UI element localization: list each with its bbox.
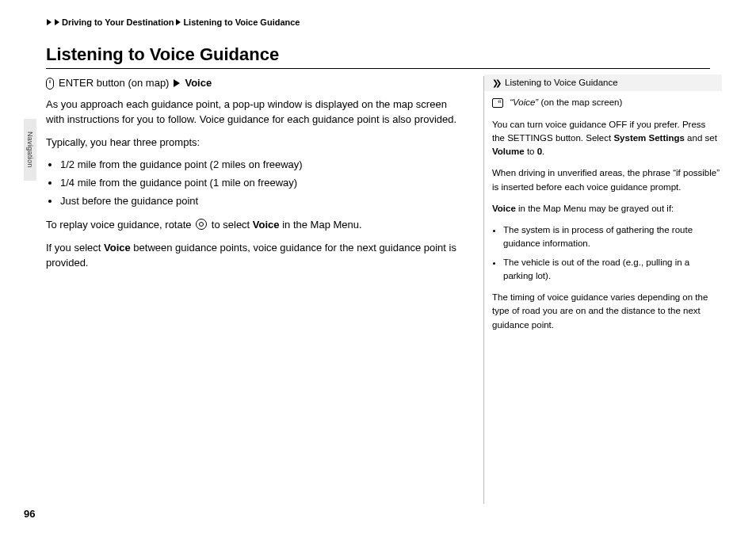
text-bold: Volume xyxy=(492,147,525,156)
voice-command-icon xyxy=(492,98,503,108)
text-bold: Voice xyxy=(253,219,280,231)
text: to xyxy=(527,147,535,156)
triangle-icon xyxy=(55,19,59,25)
voice-command: “Voice” (on the map screen) xyxy=(492,96,720,109)
page-title: Listening to Voice Guidance xyxy=(46,44,710,69)
paragraph: Typically, you hear three prompts: xyxy=(46,135,458,151)
text: (on the map screen) xyxy=(540,97,622,107)
paragraph: If you select Voice between guidance poi… xyxy=(46,241,458,271)
list-item: 1/4 mile from the guidance point (1 mile… xyxy=(60,176,458,191)
double-chevron-icon: ❯❯ xyxy=(492,77,498,89)
breadcrumb-a: Driving to Your Destination xyxy=(62,17,174,27)
triangle-icon xyxy=(47,19,52,25)
text: in the Map Menu. xyxy=(282,219,361,231)
prompt-list: 1/2 mile from the guidance point (2 mile… xyxy=(46,158,458,209)
paragraph: When driving in unverified areas, the ph… xyxy=(492,166,720,194)
grayout-reasons: The system is in process of gathering th… xyxy=(492,223,720,283)
list-item: The vehicle is out of the road (e.g., pu… xyxy=(503,256,720,284)
paragraph: To replay voice guidance, rotate to sele… xyxy=(46,217,458,233)
step-target: Voice xyxy=(185,76,212,91)
text: . xyxy=(542,147,544,156)
triangle-icon xyxy=(174,79,180,87)
nav-step: ENTER button (on map) Voice xyxy=(46,76,458,91)
text: and set xyxy=(687,133,717,143)
paragraph: You can turn voice guidance OFF if you p… xyxy=(492,118,720,159)
paragraph: The timing of voice guidance varies depe… xyxy=(492,291,720,332)
text-bold: System Settings xyxy=(613,133,684,143)
list-item: Just before the guidance point xyxy=(60,194,458,209)
breadcrumb-b: Listening to Voice Guidance xyxy=(183,17,300,27)
breadcrumb: Driving to Your Destination Listening to… xyxy=(46,17,300,27)
list-item: 1/2 mile from the guidance point (2 mile… xyxy=(60,158,458,173)
text: To replay voice guidance, rotate xyxy=(46,219,192,231)
text-bold: Voice xyxy=(104,242,131,254)
rotary-dial-icon xyxy=(196,219,207,230)
paragraph: As you approach each guidance point, a p… xyxy=(46,97,458,128)
text: If you select xyxy=(46,242,101,254)
triangle-icon xyxy=(176,19,181,25)
enter-button-icon xyxy=(46,78,54,90)
step-prefix: ENTER button (on map) xyxy=(59,76,169,91)
paragraph: Voice in the Map Menu may be grayed out … xyxy=(492,202,720,216)
list-item: The system is in process of gathering th… xyxy=(503,223,720,251)
text: in the Map Menu may be grayed out if: xyxy=(518,204,674,213)
text-bold: Voice xyxy=(492,204,516,213)
side-notes: ❯❯ Listening to Voice Guidance “Voice” (… xyxy=(483,76,720,504)
side-heading: ❯❯ Listening to Voice Guidance xyxy=(484,74,722,91)
text: to select xyxy=(212,219,250,231)
side-heading-text: Listening to Voice Guidance xyxy=(505,76,618,90)
page-number: 96 xyxy=(24,508,35,520)
main-content: ENTER button (on map) Voice As you appro… xyxy=(46,76,458,278)
side-tab-navigation: Navigation xyxy=(24,119,36,181)
text-italic: “Voice” xyxy=(510,97,538,107)
